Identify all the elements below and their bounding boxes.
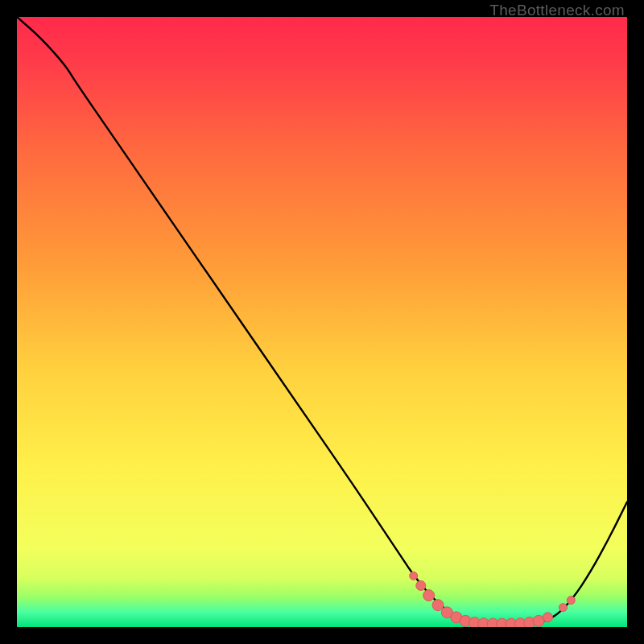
data-marker	[423, 590, 435, 601]
data-marker	[543, 613, 552, 622]
chart-background	[17, 17, 627, 627]
data-marker	[432, 600, 444, 611]
attribution-text: TheBottleneck.com	[489, 2, 625, 19]
chart-frame	[17, 17, 627, 627]
data-marker	[410, 572, 418, 580]
data-marker	[416, 580, 426, 590]
chart-svg	[17, 17, 627, 627]
data-marker	[559, 604, 567, 612]
data-marker	[567, 597, 575, 605]
